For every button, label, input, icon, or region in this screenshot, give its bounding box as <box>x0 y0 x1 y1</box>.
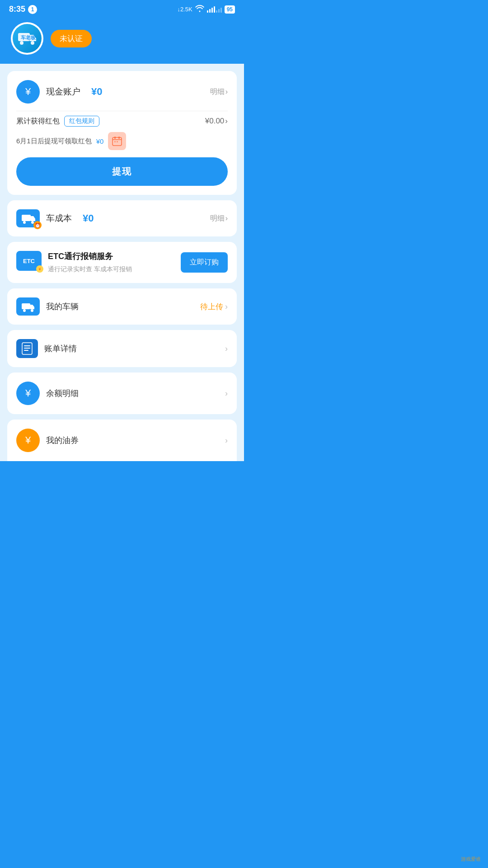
cash-icon: ¥ <box>16 80 40 104</box>
my-vehicle-title: 我的车辆 <box>46 301 79 312</box>
redpack-rule-button[interactable]: 红包规则 <box>64 116 99 127</box>
vehicle-cost-title: 车成本 <box>46 212 72 224</box>
vehicle-cost-amount: ¥0 <box>83 212 94 224</box>
signal-icon <box>207 6 222 13</box>
jun1-text: 6月1日后提现可领取红包 <box>16 137 92 146</box>
svg-point-1 <box>20 41 23 45</box>
voucher-icon: ¥ <box>16 429 40 452</box>
cash-account-amount: ¥0 <box>91 86 102 98</box>
bill-detail-card[interactable]: 账单详情 › <box>7 330 237 367</box>
bill-detail-title: 账单详情 <box>44 343 77 354</box>
svg-rect-9 <box>117 141 118 142</box>
etc-logo-icon: ETC ¥ <box>16 251 42 271</box>
divider-1 <box>16 111 228 111</box>
svg-point-14 <box>23 309 26 312</box>
etc-card: ETC ¥ ETC通行报销服务 通行记录实时查 车成本可报销 立即订购 <box>7 242 237 283</box>
svg-text:车老板: 车老板 <box>21 35 36 40</box>
my-voucher-card[interactable]: ¥ 我的油券 › <box>7 420 237 461</box>
chevron-right-icon: › <box>225 88 228 96</box>
pending-status: 待上传 <box>200 302 223 312</box>
wifi-icon <box>195 5 204 14</box>
main-content: ¥ 现金账户 ¥0 明细 › 累计获得红包 红包规则 ¥0.00 › 6月1日后… <box>0 64 244 461</box>
cash-account-row: ¥ 现金账户 ¥0 明细 › <box>16 80 228 104</box>
status-bar: 8:35 1 ↓2.5K 95 <box>0 0 244 18</box>
document-icon <box>16 339 38 358</box>
redpack-title: 累计获得红包 <box>16 117 60 126</box>
vehicle-cost-icon: ⏰ <box>16 209 40 227</box>
battery-indicator: 95 <box>225 5 235 14</box>
speed-indicator: ↓2.5K <box>177 6 192 13</box>
svg-point-2 <box>31 41 34 45</box>
cash-detail-link[interactable]: 明细 › <box>210 87 228 97</box>
unverified-button[interactable]: 未认证 <box>51 30 92 47</box>
withdraw-button[interactable]: 提现 <box>16 157 228 186</box>
my-voucher-title: 我的油券 <box>46 435 79 446</box>
etc-desc: 通行记录实时查 车成本可报销 <box>48 264 181 274</box>
balance-detail-card[interactable]: ¥ 余额明细 › <box>7 373 237 414</box>
balance-detail-title: 余额明细 <box>46 388 79 399</box>
app-logo: 车老板 <box>11 22 43 55</box>
svg-rect-10 <box>22 215 31 221</box>
svg-point-11 <box>23 221 26 224</box>
notification-badge: 1 <box>28 5 37 14</box>
svg-rect-5 <box>114 137 116 139</box>
svg-rect-13 <box>22 303 30 309</box>
jun1-amount: ¥0 <box>96 137 104 145</box>
cash-account-title: 现金账户 <box>46 86 80 98</box>
chevron-right-icon-7: › <box>225 436 228 445</box>
chevron-right-icon-4: › <box>225 302 228 311</box>
my-vehicle-card[interactable]: 我的车辆 待上传 › <box>7 288 237 325</box>
header: 车老板 未认证 <box>0 18 244 64</box>
buy-button[interactable]: 立即订购 <box>181 252 228 273</box>
time-display: 8:35 <box>9 5 25 14</box>
jun1-row: 6月1日后提现可领取红包 ¥0 <box>16 132 228 150</box>
cash-account-card: ¥ 现金账户 ¥0 明细 › 累计获得红包 红包规则 ¥0.00 › 6月1日后… <box>7 71 237 195</box>
vehicle-cost-detail-link[interactable]: 明细 › <box>210 214 228 223</box>
chevron-right-icon-6: › <box>225 389 228 398</box>
svg-rect-7 <box>113 139 122 140</box>
svg-rect-19 <box>24 350 28 351</box>
redpack-amount: ¥0.00 › <box>205 117 228 126</box>
svg-rect-6 <box>118 137 120 139</box>
redpack-row: 累计获得红包 红包规则 ¥0.00 › <box>16 116 228 127</box>
svg-point-15 <box>31 309 33 312</box>
status-icons: ↓2.5K 95 <box>177 5 235 14</box>
svg-rect-17 <box>24 345 30 346</box>
chevron-right-icon-3: › <box>225 214 228 222</box>
etc-row: ETC ¥ ETC通行报销服务 通行记录实时查 车成本可报销 立即订购 <box>16 251 228 274</box>
truck-icon <box>16 297 40 316</box>
status-time-area: 8:35 1 <box>9 5 37 14</box>
wallet-icon: ¥ <box>16 382 40 405</box>
etc-title: ETC通行报销服务 <box>48 251 181 262</box>
chevron-right-icon-2: › <box>225 117 228 126</box>
vehicle-cost-row: ⏰ 车成本 ¥0 明细 › <box>16 209 228 227</box>
chevron-right-icon-5: › <box>225 344 228 354</box>
svg-rect-8 <box>114 141 116 142</box>
svg-rect-18 <box>24 348 30 349</box>
calendar-icon <box>108 132 126 150</box>
vehicle-cost-card: ⏰ 车成本 ¥0 明细 › <box>7 200 237 236</box>
